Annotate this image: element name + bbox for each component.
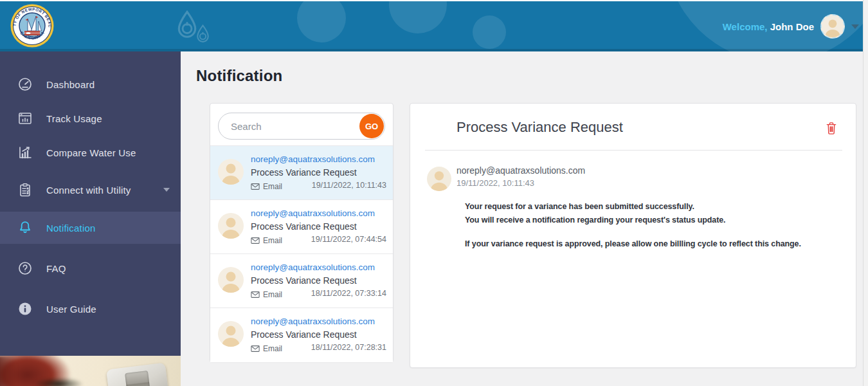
sidebar-item-notification[interactable]: Notification [0,212,181,244]
sidebar-item-label: Dashboard [46,79,95,90]
app-window: Welcome, John Doe CITY OF NEWPORT BEACH … [0,0,868,386]
sidebar-item-label: Connect with Utility [46,185,131,196]
sidebar-photo [0,356,181,386]
user-menu-chevron-down-icon[interactable] [851,24,859,29]
photo-switch-rocker [125,371,150,386]
notification-channel: Email [251,236,282,245]
notification-list-panel: GO noreply@aquatraxsolutions.com Process… [210,103,393,362]
notification-list-item[interactable]: noreply@aquatraxsolutions.com Process Va… [210,200,393,254]
avatar-placeholder-icon [822,15,844,37]
email-envelope-icon [251,291,260,299]
sidebar-item-track-usage[interactable]: Track Usage [0,102,181,135]
sender-avatar [218,159,244,185]
body-paragraph: Your request for a variance has been sub… [465,200,851,227]
channel-label: Email [263,344,282,353]
sidebar-nav: Dashboard Track Usage [0,51,181,386]
search-go-button[interactable]: GO [359,114,384,138]
email-envelope-icon [251,237,260,244]
detail-title: Process Variance Request [457,119,623,136]
notification-subject: Process Variance Request [251,329,357,340]
notification-subject: Process Variance Request [251,167,357,178]
body-paragraph: If your variance request is approved, pl… [465,237,851,251]
welcome-message: Welcome, John Doe [723,21,814,32]
channel-label: Email [263,236,282,245]
notification-subject: Process Variance Request [251,221,357,232]
body-line: You will receive a notification regardin… [465,214,851,227]
sidebar-item-faq[interactable]: FAQ [0,252,181,285]
notification-timestamp: 19/11/2022, 07:44:54 [311,235,386,244]
delete-notification-button[interactable] [824,121,838,136]
notification-channel: Email [251,182,282,191]
header-user-area: Welcome, John Doe [723,1,859,51]
notification-subject: Process Variance Request [251,275,357,286]
photo-red-edge [0,356,17,386]
user-name: John Doe [770,21,814,32]
body-line: Your request for a variance has been sub… [465,200,851,214]
channel-label: Email [263,290,282,299]
email-envelope-icon [251,345,260,353]
header-deco-circle [473,15,506,49]
sender-avatar [218,321,244,347]
notification-channel: Email [251,344,282,353]
detail-sender-email: noreply@aquatraxsolutions.com [457,165,585,176]
sidebar-item-dashboard[interactable]: Dashboard [0,68,181,101]
divider [425,150,842,151]
page-title: Notification [196,67,282,85]
notification-channel: Email [251,290,282,299]
question-circle-icon [17,261,33,276]
notification-sender: noreply@aquatraxsolutions.com [251,317,375,326]
sidebar-item-label: FAQ [46,263,66,274]
notification-sender: noreply@aquatraxsolutions.com [251,154,375,164]
sidebar-item-compare-water-use[interactable]: Compare Water Use [0,136,181,169]
track-usage-icon [17,111,33,126]
notification-timestamp: 18/11/2022, 07:33:14 [311,289,386,298]
main-content: Notification GO noreply@aquatraxsolution… [181,51,863,386]
body-line: If your variance request is approved, pl… [465,237,851,251]
clipboard-icon [17,182,33,198]
notification-timestamp: 18/11/2022, 07:28:31 [311,343,386,352]
notification-sender: noreply@aquatraxsolutions.com [251,208,375,218]
sidebar-item-user-guide[interactable]: User Guide [0,292,181,326]
search-bar: GO [218,113,385,140]
water-drop-icon [195,24,211,44]
welcome-label: Welcome, [723,21,768,32]
sender-avatar [218,213,244,239]
sender-avatar [427,167,451,191]
bell-icon [17,220,33,235]
sidebar-item-connect-with-utility[interactable]: Connect with Utility [0,171,181,208]
compare-chart-icon [17,145,33,160]
notification-sender: noreply@aquatraxsolutions.com [251,262,375,272]
user-avatar[interactable] [820,14,845,39]
notification-list-item[interactable]: noreply@aquatraxsolutions.com Process Va… [210,308,393,362]
page-scrollbar[interactable] [863,0,868,386]
sidebar-item-label: Notification [46,223,96,234]
email-envelope-icon [251,183,260,190]
header-deco-circle [389,1,447,33]
top-white-strip [0,0,868,1]
detail-message-body: Your request for a variance has been sub… [465,200,851,251]
info-circle-icon [17,301,33,317]
sidebar-item-label: Track Usage [46,113,102,124]
header-deco-circle [297,1,346,42]
detail-timestamp: 19/11/2022, 10:11:43 [457,178,534,188]
photo-light-switch [106,363,169,386]
notification-detail-panel: Process Variance Request noreply@aquatra… [410,103,856,368]
city-seal-logo: CITY OF NEWPORT BEACH CALIFORNIA [10,4,54,48]
notification-list-item[interactable]: noreply@aquatraxsolutions.com Process Va… [210,254,393,308]
sender-avatar [218,267,244,293]
notification-timestamp: 19/11/2022, 10:11:43 [312,181,386,190]
channel-label: Email [263,182,282,191]
notification-list-item[interactable]: noreply@aquatraxsolutions.com Process Va… [210,146,393,200]
sidebar-item-label: Compare Water Use [46,147,136,158]
sidebar-item-label: User Guide [46,304,96,315]
trash-icon [825,121,838,135]
submenu-chevron-down-icon[interactable] [163,188,170,192]
dashboard-gauge-icon [17,77,33,92]
app-header: Welcome, John Doe [0,1,868,51]
